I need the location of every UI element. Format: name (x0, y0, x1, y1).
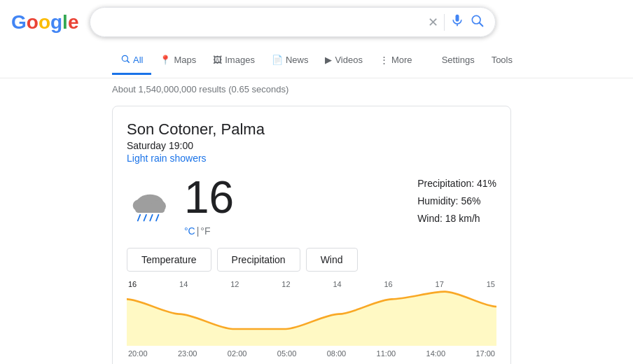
chart-time-7: 17:00 (475, 349, 495, 358)
logo-o1: o (27, 11, 39, 34)
nav-images-label: Images (225, 55, 255, 65)
precipitation-button[interactable]: Precipitation (217, 248, 300, 272)
chart-label-3: 12 (281, 280, 290, 288)
nav-tools[interactable]: Tools (483, 48, 521, 74)
weather-datetime: Saturday 19:00 (127, 140, 496, 151)
precipitation-label: Precipitation: 41% (417, 175, 496, 192)
settings-label: Settings (442, 55, 475, 65)
header: Google weather ✕ (0, 0, 633, 44)
weather-left: 16 °C | °F (127, 175, 234, 237)
humidity-label: Humidity: 56% (417, 192, 496, 210)
chart-label-2: 12 (230, 280, 239, 288)
unit-celsius[interactable]: °C (184, 225, 195, 237)
chart-top-labels: 16 14 12 12 14 16 17 15 (127, 280, 496, 288)
logo-o2: o (39, 11, 50, 34)
mic-icon[interactable] (450, 13, 464, 31)
chart-label-7: 15 (487, 280, 495, 288)
logo-g2: g (50, 11, 62, 34)
weather-details: Precipitation: 41% Humidity: 56% Wind: 1… (417, 175, 496, 228)
nav-videos-label: Videos (335, 55, 363, 65)
svg-line-10 (138, 215, 141, 221)
search-icon[interactable] (470, 13, 484, 31)
tools-label: Tools (492, 55, 513, 65)
svg-line-3 (480, 23, 483, 27)
nav-more-label: More (391, 55, 412, 65)
nav-item-videos[interactable]: ▶ Videos (316, 48, 371, 74)
temperature-value: 16 (184, 175, 234, 220)
all-icon (120, 54, 130, 66)
news-icon: 📄 (272, 55, 283, 65)
weather-location: Son Cotoner, Palma (127, 120, 496, 139)
svg-line-13 (156, 215, 159, 221)
search-bar: weather ✕ (90, 7, 496, 37)
temp-display: 16 °C | °F (184, 175, 234, 237)
chart-time-5: 11:00 (377, 349, 396, 358)
svg-line-11 (144, 215, 147, 221)
divider (444, 14, 445, 31)
chart-time-0: 20:00 (128, 349, 148, 358)
weather-cloud-icon (127, 185, 176, 227)
nav-item-news[interactable]: 📄 News (263, 48, 317, 74)
chart-time-1: 23:00 (178, 349, 197, 358)
temp-units: °C | °F (184, 225, 234, 237)
svg-line-12 (150, 215, 153, 221)
nav-settings[interactable]: Settings (433, 48, 483, 74)
logo-g: G (11, 11, 27, 34)
wind-label: Wind: 18 km/h (417, 210, 496, 227)
nav-bar: All 📍 Maps 🖼 Images 📄 News ▶ Videos ⋮ Mo… (0, 44, 633, 78)
search-input[interactable]: weather (102, 16, 422, 29)
wind-button[interactable]: Wind (306, 248, 358, 272)
weather-chart: 16 14 12 12 14 16 17 15 20:00 (127, 280, 496, 358)
chart-label-4: 14 (333, 280, 341, 288)
result-count-text: About 1,540,000,000 results (0.65 second… (112, 84, 288, 94)
chart-time-6: 14:00 (426, 349, 446, 358)
chart-label-6: 17 (436, 280, 444, 288)
chart-time-4: 08:00 (327, 349, 347, 358)
nav-news-label: News (286, 55, 309, 65)
chart-label-1: 14 (179, 280, 188, 288)
clear-icon[interactable]: ✕ (428, 15, 438, 30)
chart-label-0: 16 (128, 280, 137, 288)
unit-sep: | (197, 225, 200, 237)
result-count: About 1,540,000,000 results (0.65 second… (0, 78, 633, 100)
logo-l: l (62, 11, 68, 34)
svg-rect-9 (135, 204, 165, 213)
more-icon: ⋮ (380, 55, 389, 65)
nav-maps-label: Maps (174, 55, 196, 65)
temperature-chart-svg (127, 290, 496, 346)
weather-buttons: Temperature Precipitation Wind (127, 248, 496, 272)
chart-label-5: 16 (384, 280, 392, 288)
chart-time-3: 05:00 (277, 349, 297, 358)
chart-bottom-labels: 20:00 23:00 02:00 05:00 08:00 11:00 14:0… (127, 349, 496, 358)
weather-main: 16 °C | °F Precipitation: 41% Humidity: … (127, 175, 496, 237)
maps-icon: 📍 (160, 55, 171, 65)
weather-condition: Light rain showers (127, 153, 496, 164)
weather-card: Son Cotoner, Palma Saturday 19:00 Light … (112, 106, 511, 364)
nav-item-all[interactable]: All (112, 47, 151, 75)
google-logo[interactable]: Google (11, 11, 78, 34)
nav-item-maps[interactable]: 📍 Maps (151, 48, 204, 74)
images-icon: 🖼 (213, 55, 222, 65)
chart-time-2: 02:00 (228, 349, 247, 358)
logo-e: e (68, 11, 79, 34)
temperature-button[interactable]: Temperature (127, 248, 211, 272)
nav-all-label: All (133, 55, 143, 65)
svg-line-5 (127, 61, 130, 63)
svg-rect-0 (456, 15, 459, 22)
unit-fahrenheit[interactable]: °F (200, 225, 210, 237)
nav-item-images[interactable]: 🖼 Images (204, 48, 263, 74)
nav-item-more[interactable]: ⋮ More (371, 48, 421, 74)
videos-icon: ▶ (325, 55, 332, 65)
